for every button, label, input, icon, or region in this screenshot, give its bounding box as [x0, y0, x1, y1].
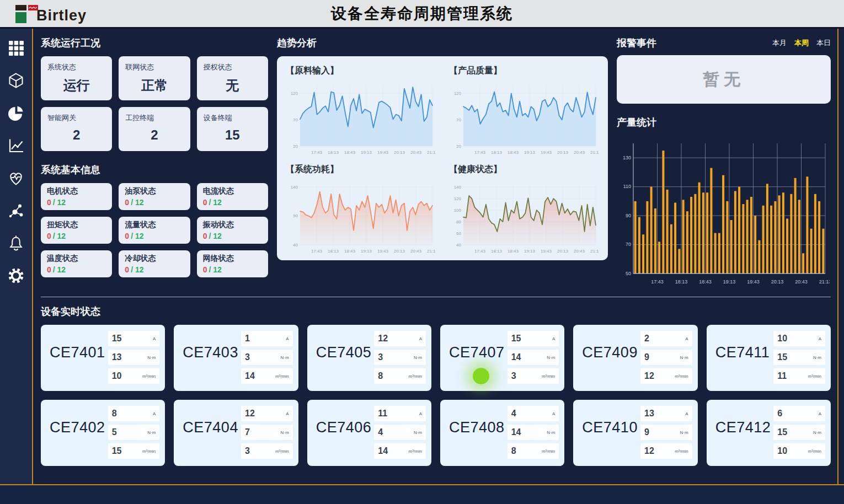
- current-value: 15: [112, 334, 122, 344]
- chart-power: 【系统功耗】 409014017:4318:1318:4319:1319:432…: [286, 163, 436, 257]
- basic-info-value: 0/ 12: [47, 232, 106, 240]
- device-card-grid: CE7401 15 A 13 N·m 10: [41, 325, 831, 466]
- total-count: / 12: [131, 232, 143, 240]
- alarm-period-tab[interactable]: 本月: [772, 38, 787, 48]
- flow-unit: m³/min: [675, 374, 688, 379]
- raw-input-line-chart: 207012017:4318:1318:4319:1319:4320:1320:…: [286, 81, 436, 158]
- device-card[interactable]: CE7409 2 A 9 N·m 12: [573, 325, 697, 391]
- current-value: 12: [245, 409, 255, 419]
- alarm-count: 0: [125, 198, 129, 207]
- svg-text:19:43: 19:43: [377, 249, 389, 254]
- devices-section: 设备实时状态 CE7401 15 A 13 N·m: [41, 297, 831, 475]
- svg-text:19:43: 19:43: [747, 279, 760, 285]
- torque-unit: N·m: [680, 430, 688, 435]
- current-unit: A: [819, 411, 821, 416]
- sidebar-item-settings[interactable]: [7, 267, 25, 286]
- current-metric-row: 12 A: [241, 406, 293, 421]
- device-card[interactable]: CE7404 12 A 7 N·m 3: [174, 400, 298, 466]
- basic-info-card-grid: 电机状态 0/ 12 油泵状态 0/ 12 电流状态 0/ 12: [41, 183, 268, 277]
- current-value: 8: [112, 409, 117, 419]
- sidebar-item-apps[interactable]: [7, 40, 25, 58]
- device-name: CE7404: [183, 419, 238, 460]
- device-card[interactable]: CE7406 11 A 4 N·m 14: [307, 400, 431, 466]
- operation-card-label: 联网状态: [125, 62, 183, 72]
- current-metric-row: 12 A: [374, 331, 426, 346]
- svg-text:18:13: 18:13: [328, 249, 339, 254]
- torque-value: 15: [777, 352, 787, 362]
- alarm-period-tab[interactable]: 本周: [794, 38, 809, 48]
- svg-text:140: 140: [454, 185, 462, 190]
- sidebar-item-statistics[interactable]: [7, 105, 25, 124]
- svg-text:120: 120: [291, 91, 298, 96]
- device-card[interactable]: CE7407 15 A 14 N·m 3: [440, 325, 564, 391]
- svg-text:20:43: 20:43: [410, 150, 422, 155]
- basic-info-value: 0/ 12: [47, 265, 106, 274]
- trend-chart-panel: 【原料输入】 207012017:4318:1318:4319:1319:432…: [277, 56, 608, 260]
- flow-unit: m³/min: [275, 449, 289, 454]
- device-card[interactable]: CE7403 1 A 3 N·m 14: [174, 325, 298, 391]
- device-card[interactable]: CE7401 15 A 13 N·m 10: [41, 325, 165, 391]
- torque-unit: N·m: [680, 355, 688, 360]
- basic-info-card: 冷却状态 0/ 12: [119, 250, 190, 277]
- flow-metric-row: 3 m³/min: [241, 443, 293, 459]
- current-unit: A: [419, 336, 422, 341]
- svg-text:20:43: 20:43: [795, 279, 808, 285]
- svg-text:19:43: 19:43: [541, 150, 552, 155]
- current-value: 13: [644, 409, 654, 419]
- svg-text:140: 140: [291, 185, 298, 190]
- svg-text:19:43: 19:43: [377, 150, 389, 155]
- device-card[interactable]: CE7408 4 A 14 N·m 8: [440, 400, 564, 466]
- svg-text:21:13: 21:13: [590, 249, 599, 254]
- device-card[interactable]: CE7402 8 A 5 N·m 15: [41, 400, 165, 466]
- svg-text:100: 100: [454, 208, 462, 213]
- basic-info-value: 0/ 12: [203, 265, 262, 274]
- svg-text:70: 70: [293, 117, 298, 122]
- current-value: 1: [245, 334, 250, 344]
- flow-metric-row: 12 m³/min: [640, 368, 692, 384]
- svg-text:90: 90: [626, 213, 631, 218]
- sidebar-item-model[interactable]: [7, 72, 25, 91]
- sidebar-item-alarms[interactable]: [7, 235, 25, 254]
- svg-text:21:13: 21:13: [819, 279, 830, 285]
- total-count: / 12: [131, 265, 143, 274]
- svg-text:19:13: 19:13: [361, 150, 372, 155]
- svg-text:20: 20: [293, 144, 298, 149]
- flow-unit: m³/min: [675, 449, 688, 454]
- flow-unit: m³/min: [275, 374, 289, 379]
- torque-value: 3: [378, 352, 383, 362]
- alarm-count: 0: [47, 232, 51, 240]
- device-name: CE7403: [183, 344, 238, 385]
- torque-value: 14: [511, 427, 521, 437]
- svg-text:70: 70: [456, 117, 461, 122]
- device-metrics: 13 A 9 N·m 12 m³/min: [640, 406, 692, 460]
- torque-unit: N·m: [147, 430, 156, 435]
- device-name: CE7411: [715, 344, 770, 385]
- svg-text:20:13: 20:13: [557, 150, 569, 155]
- device-name: CE7409: [582, 344, 638, 385]
- svg-text:18:13: 18:13: [675, 279, 688, 285]
- torque-metric-row: 3 N·m: [241, 350, 293, 365]
- sidebar-item-network[interactable]: [7, 202, 25, 221]
- current-value: 2: [644, 334, 649, 344]
- device-card[interactable]: CE7411 10 A 15 N·m 11: [707, 325, 831, 391]
- cube-icon: [8, 72, 24, 91]
- flow-unit: m³/min: [808, 374, 821, 379]
- operation-status-card: 设备终端 15: [197, 107, 268, 151]
- sidebar-item-trend[interactable]: [7, 137, 25, 156]
- operation-status-card: 授权状态 无: [197, 56, 268, 100]
- device-card[interactable]: CE7405 12 A 3 N·m 8: [307, 325, 431, 391]
- torque-metric-row: 14 N·m: [508, 425, 559, 440]
- alarm-period-tab[interactable]: 本日: [816, 38, 831, 48]
- svg-text:50: 50: [626, 271, 631, 276]
- basic-info-label: 电机状态: [47, 186, 106, 196]
- device-card[interactable]: CE7410 13 A 9 N·m 12: [573, 400, 697, 466]
- total-count: / 12: [53, 265, 66, 274]
- flow-value: 14: [245, 371, 255, 381]
- brand-logo: Birtley: [15, 3, 87, 24]
- operation-card-value: 无: [204, 77, 261, 94]
- health-line-chart: 40608010012014017:4318:1318:4319:1319:43…: [449, 180, 599, 257]
- device-card[interactable]: CE7412 6 A 15 N·m 10: [707, 400, 831, 466]
- health-pulse-icon: [8, 170, 24, 189]
- flow-value: 3: [245, 446, 250, 456]
- sidebar-item-health[interactable]: [7, 170, 25, 189]
